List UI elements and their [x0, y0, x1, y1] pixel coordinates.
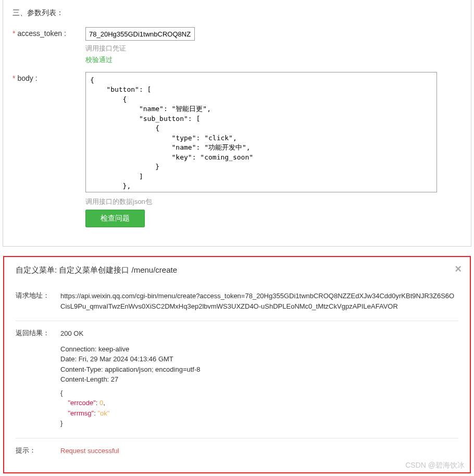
result-title: 自定义菜单: 自定义菜单创建接口 /menu/create: [16, 265, 177, 274]
submit-button[interactable]: 检查问题: [85, 210, 145, 227]
parameters-panel: 三、参数列表： *access_token : 调用接口凭证 校验通过 *bod…: [3, 0, 471, 247]
body-label: *body :: [13, 72, 85, 82]
access-token-input[interactable]: [85, 27, 195, 41]
body-row: *body : 调用接口的数据json包 检查问题: [13, 72, 461, 227]
response-status: 200 OK: [60, 328, 458, 339]
result-panel: 自定义菜单: 自定义菜单创建接口 /menu/create × 请求地址： ht…: [3, 256, 471, 473]
response-headers: Connection: keep-aliveDate: Fri, 29 Mar …: [60, 344, 458, 385]
access-token-input-col: 调用接口凭证 校验通过: [85, 27, 461, 65]
required-mark: *: [13, 74, 15, 82]
close-icon[interactable]: ×: [455, 263, 461, 275]
access-token-validate: 校验通过: [85, 55, 461, 65]
access-token-row: *access_token : 调用接口凭证 校验通过: [13, 27, 461, 65]
body-input-col: 调用接口的数据json包 检查问题: [85, 72, 461, 227]
tip-row: 提示： Request successful: [16, 441, 458, 461]
response-label: 返回结果：: [16, 328, 60, 338]
body-hint: 调用接口的数据json包: [85, 197, 461, 206]
required-mark: *: [13, 29, 15, 38]
tip-label: 提示：: [16, 446, 60, 455]
access-token-hint: 调用接口凭证: [85, 44, 461, 53]
response-json: { "errcode": 0, "errmsg": "ok" }: [60, 388, 458, 429]
result-body: 请求地址： https://api.weixin.qq.com/cgi-bin/…: [4, 283, 470, 472]
result-header: 自定义菜单: 自定义菜单创建接口 /menu/create ×: [4, 257, 470, 283]
request-url-value: https://api.weixin.qq.com/cgi-bin/menu/c…: [60, 291, 458, 311]
tip-value: Request successful: [60, 446, 458, 456]
request-url-row: 请求地址： https://api.weixin.qq.com/cgi-bin/…: [16, 286, 458, 321]
response-value: 200 OK Connection: keep-aliveDate: Fri, …: [60, 328, 458, 429]
response-row: 返回结果： 200 OK Connection: keep-aliveDate:…: [16, 323, 458, 438]
access-token-label: *access_token :: [13, 27, 85, 38]
section-title: 三、参数列表：: [13, 8, 461, 18]
body-textarea[interactable]: [85, 72, 437, 192]
request-url-label: 请求地址：: [16, 291, 60, 300]
